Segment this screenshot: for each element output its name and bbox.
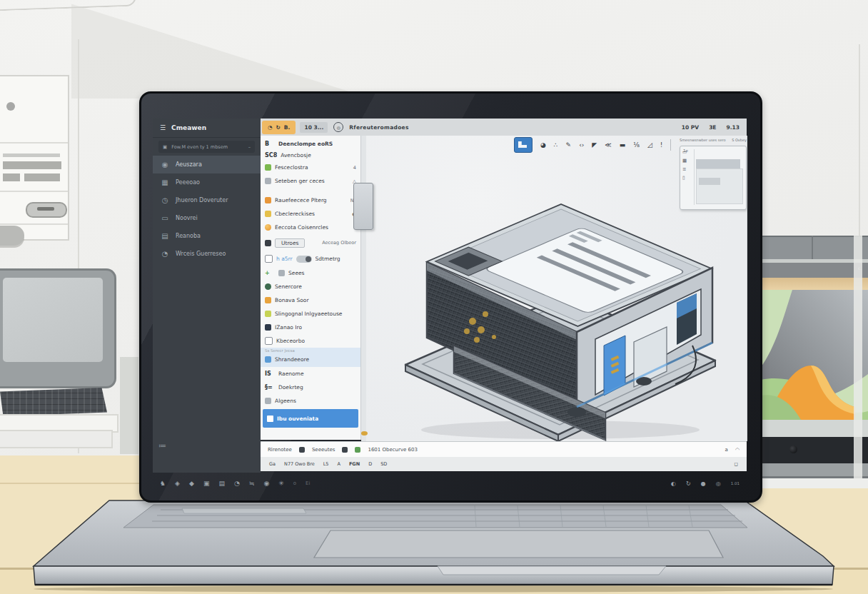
tree-item[interactable]: Shrandeeore bbox=[261, 353, 360, 366]
frame-icon[interactable]: ▯ bbox=[682, 175, 694, 181]
sidebar-item-1[interactable]: ▦ Peeeoao bbox=[153, 173, 261, 191]
battery-icon[interactable]: ◐ bbox=[671, 480, 676, 487]
status2-item[interactable]: SD bbox=[380, 461, 387, 467]
mode-3d-button[interactable]: 3E bbox=[709, 124, 716, 131]
wave-icon[interactable]: ◠ bbox=[735, 447, 740, 453]
corner-icon[interactable]: ◤ bbox=[592, 141, 597, 148]
status2-item[interactable]: FGN bbox=[349, 461, 360, 467]
tree-item[interactable]: + Seees bbox=[261, 266, 360, 280]
panel-pull-tab[interactable] bbox=[353, 183, 373, 230]
tree-item[interactable]: B Deenclompe eoRS bbox=[261, 138, 360, 149]
sidebar-item-3[interactable]: ▭ Noovrei bbox=[153, 209, 261, 227]
dots-icon[interactable]: ∴ bbox=[554, 141, 558, 148]
status2-item[interactable]: Ga bbox=[269, 461, 276, 467]
laptop-base bbox=[18, 496, 849, 593]
tree-item[interactable]: Bonava Soor bbox=[261, 293, 360, 307]
menu-icon[interactable]: ☰ bbox=[160, 124, 166, 131]
grid-icon[interactable]: ▦ bbox=[682, 158, 694, 163]
sync-icon[interactable]: ≒ bbox=[249, 480, 255, 487]
network-icon[interactable]: ◎ bbox=[716, 480, 721, 487]
tray-mini-icon[interactable]: Ei bbox=[306, 480, 310, 486]
shield-icon[interactable]: ◈ bbox=[175, 480, 180, 487]
tree-item[interactable]: Seteben ger ceces △ bbox=[261, 174, 360, 188]
sketch-icon[interactable]: ✎ bbox=[566, 141, 572, 148]
tree-item[interactable]: h a5rr Sdtmetrg bbox=[261, 251, 360, 266]
panel-icon[interactable]: ▤ bbox=[218, 480, 225, 487]
sidebar-item-icon: ◷ bbox=[160, 196, 170, 204]
wedge-icon[interactable]: ◿ bbox=[647, 141, 652, 148]
mini-panel-preview-band bbox=[696, 159, 740, 168]
tray-mini-icon[interactable]: o bbox=[293, 480, 296, 486]
record-icon[interactable]: ● bbox=[701, 480, 706, 487]
tree-item-label: Seees bbox=[288, 270, 305, 276]
tools-button[interactable]: 9.13 bbox=[726, 124, 740, 131]
tree-item[interactable]: Cbeclereckises ● bbox=[261, 207, 360, 221]
feature-tree-panel: B Deenclompe eoRS SC8 Avencbosje Fescecl… bbox=[261, 136, 361, 440]
cad-logo-icon[interactable] bbox=[514, 137, 533, 153]
target-icon[interactable]: ◉ bbox=[263, 480, 269, 487]
feature-icon-sphere bbox=[265, 224, 271, 231]
history-icon[interactable]: ◔ bbox=[268, 124, 273, 131]
search-more-icon[interactable]: – bbox=[248, 144, 251, 150]
tree-item[interactable]: Utroes Aeceag Olbeor bbox=[261, 234, 360, 251]
tree-item[interactable]: SC8 Avencbosje bbox=[261, 149, 360, 161]
background-monitor bbox=[0, 268, 116, 388]
tree-item[interactable]: IZanao Iro bbox=[261, 321, 360, 334]
cad-model[interactable] bbox=[393, 194, 728, 441]
sidebar-item-2[interactable]: ◷ Jhueron Doveruter bbox=[153, 191, 261, 209]
tree-item[interactable]: Senercore bbox=[261, 280, 360, 293]
status2-item[interactable]: N77 Owo Bre bbox=[284, 461, 315, 467]
update-icon[interactable]: ↻ bbox=[686, 480, 691, 487]
tree-item-label: IZanao Iro bbox=[275, 324, 302, 331]
wall-shadow-column bbox=[120, 357, 138, 454]
cabinet-vent-slat bbox=[24, 173, 60, 181]
cabinet-vent-slat bbox=[3, 161, 61, 169]
tree-item[interactable]: Rauefeecece Plterg Ns bbox=[261, 193, 360, 207]
refresh-icon[interactable]: ↻ bbox=[276, 124, 281, 131]
toggle-switch[interactable] bbox=[296, 256, 312, 263]
tree-item[interactable]: Slingognal Inlgyaeetouse bbox=[261, 307, 360, 321]
sidebar-search[interactable]: ▣ Fow.M even ty 1 mbsem – bbox=[158, 141, 255, 153]
sidebar-item-5[interactable]: ◔ Wrceis Guerreseo bbox=[153, 245, 261, 263]
orbit-icon[interactable]: ◕ bbox=[540, 141, 546, 148]
toggle-label: Sdtmetrg bbox=[316, 256, 340, 262]
layer-icon[interactable]: ▭ bbox=[682, 149, 694, 155]
status2-item[interactable]: D bbox=[368, 461, 372, 467]
sidebar-item-4[interactable]: ▤ Reanoba bbox=[153, 227, 261, 245]
tree-item-label[interactable]: Utroes bbox=[275, 238, 305, 248]
taskbar-app-icon-1[interactable]: ♞ bbox=[160, 480, 166, 487]
angle-icon[interactable]: ≪ bbox=[605, 141, 611, 148]
window-icon[interactable]: ◻ bbox=[735, 461, 738, 467]
tree-item[interactable]: Eeccota Coisenrcles bbox=[261, 221, 360, 234]
tree-item[interactable]: Kbeceorbo bbox=[261, 334, 360, 348]
tree-item[interactable]: §= Doekrteg bbox=[261, 381, 360, 394]
user-icon[interactable]: ◔ bbox=[234, 480, 240, 487]
view-mode-button[interactable]: 10 PV bbox=[682, 124, 699, 131]
code-icon[interactable]: ‹› bbox=[579, 141, 584, 148]
diamond-icon[interactable]: ◆ bbox=[189, 480, 194, 487]
app-titlebar: ◔ ↻ B. 10 3... ◎ Rfereuteromadoes 10 PV … bbox=[261, 119, 747, 136]
view-buttons[interactable]: 10 3... bbox=[300, 122, 328, 133]
tree-item-selected-secondary[interactable]: Ss Serecr Jecsa Shrandeeore bbox=[261, 348, 360, 367]
tree-item[interactable]: IS Raenome bbox=[261, 367, 360, 381]
status2-item[interactable]: A bbox=[337, 461, 340, 467]
spark-icon[interactable]: ✳ bbox=[278, 480, 284, 487]
tree-item-selected[interactable]: Ibu ouveniata bbox=[263, 409, 358, 428]
fraction-icon[interactable]: ⅛ bbox=[633, 141, 640, 148]
feature-icon-grey bbox=[265, 398, 271, 404]
sidebar-item-0[interactable]: ◉ Aeuszara bbox=[153, 156, 261, 173]
alert-icon[interactable]: ! bbox=[660, 141, 663, 148]
bold-tool-icon[interactable]: B. bbox=[284, 124, 291, 131]
tree-item[interactable]: Fesceclostra 4 bbox=[261, 161, 360, 174]
slab-icon[interactable]: ▬ bbox=[620, 141, 626, 148]
sidebar-item-icon: ◉ bbox=[160, 161, 170, 168]
sidebar-bottom-icon[interactable]: ≔ bbox=[158, 441, 166, 450]
badge-icon[interactable]: ◎ bbox=[333, 122, 343, 132]
status2-item[interactable]: L5 bbox=[323, 461, 329, 467]
tree-item-label: Cbeclereckises bbox=[275, 211, 315, 217]
quick-tools-group[interactable]: ◔ ↻ B. bbox=[262, 121, 296, 134]
card-icon[interactable]: ▣ bbox=[203, 480, 210, 487]
list-icon[interactable]: ≡ bbox=[682, 166, 694, 172]
tree-item[interactable]: Algeens bbox=[261, 394, 360, 408]
second-laptop-header-band bbox=[761, 263, 868, 278]
